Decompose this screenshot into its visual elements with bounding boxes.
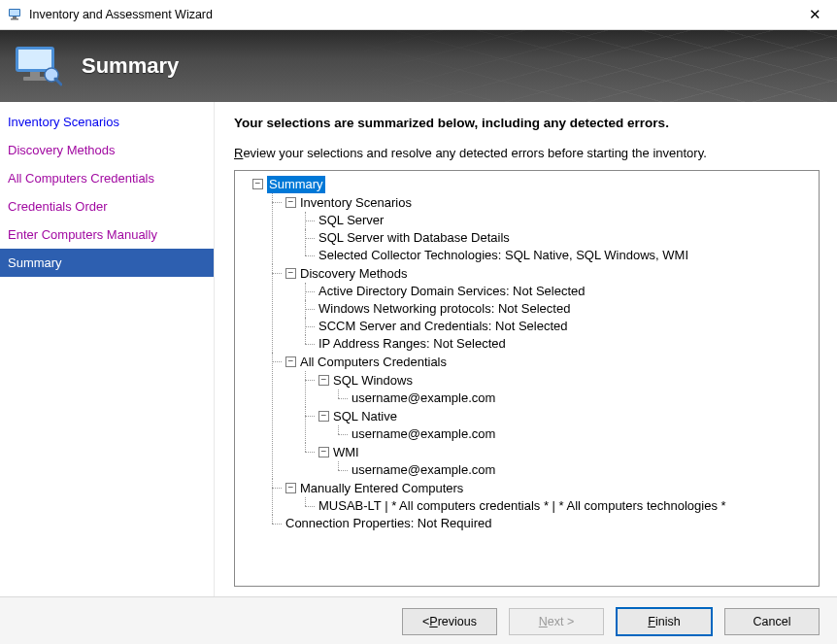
tree-node-label[interactable]: Windows Networking protocols: Not Select… xyxy=(318,300,570,318)
tree-node[interactable]: SQL Nativeusername@example.com xyxy=(305,407,817,443)
tree-toggle-icon[interactable] xyxy=(318,375,329,386)
tree-node[interactable]: SQL Windowsusername@example.com xyxy=(305,371,817,407)
previous-button-prefix: < xyxy=(422,615,429,628)
tree-node-label[interactable]: Summary xyxy=(252,176,325,193)
tree-node[interactable]: Selected Collector Technologies: SQL Nat… xyxy=(305,247,817,264)
tree-toggle-icon[interactable] xyxy=(252,179,263,189)
tree-node-label[interactable]: Manually Entered Computers xyxy=(285,480,463,497)
tree-node-text: Windows Networking protocols: Not Select… xyxy=(318,300,570,318)
tree-node-text: SCCM Server and Credentials: Not Selecte… xyxy=(318,318,568,335)
previous-button[interactable]: < Previous xyxy=(402,608,497,635)
content-subtext-rest: eview your selections and resolve any de… xyxy=(243,146,706,160)
tree-node[interactable]: Discovery MethodsActive Directory Domain… xyxy=(272,264,817,353)
tree-node-text: Discovery Methods xyxy=(300,265,408,283)
wizard-step-summary[interactable]: Summary xyxy=(0,249,214,277)
tree-node-label[interactable]: SQL Server xyxy=(318,212,384,229)
tree-node-label[interactable]: Active Directory Domain Services: Not Se… xyxy=(318,283,586,300)
previous-button-accel: P xyxy=(429,615,437,628)
tree-node-label[interactable]: username@example.com xyxy=(352,390,495,407)
tree-toggle-icon[interactable] xyxy=(318,447,329,458)
window-close-button[interactable]: ✕ xyxy=(792,0,837,29)
tree-node[interactable]: username@example.com xyxy=(338,390,817,407)
tree-node-text: Connection Properties: Not Required xyxy=(285,515,491,532)
tree-node[interactable]: All Computers CredentialsSQL Windowsuser… xyxy=(272,353,817,479)
tree-node-text: Active Directory Domain Services: Not Se… xyxy=(318,283,586,300)
tree-toggle-icon[interactable] xyxy=(285,356,296,367)
tree-node-label[interactable]: SQL Windows xyxy=(318,372,413,390)
wizard-steps-sidebar: Inventory ScenariosDiscovery MethodsAll … xyxy=(0,102,215,596)
tree-toggle-icon[interactable] xyxy=(285,483,296,493)
wizard-step-enter-computers-manually[interactable]: Enter Computers Manually xyxy=(0,220,214,249)
next-button: Next > xyxy=(509,608,604,635)
tree-node-label[interactable]: Discovery Methods xyxy=(285,265,408,283)
tree-node-text: username@example.com xyxy=(352,425,495,443)
tree-node-text: WMI xyxy=(333,444,359,461)
svg-rect-1 xyxy=(10,10,19,16)
wizard-step-inventory-scenarios[interactable]: Inventory Scenarios xyxy=(0,108,214,136)
wizard-step-discovery-methods[interactable]: Discovery Methods xyxy=(0,136,214,164)
tree-node-text: Manually Entered Computers xyxy=(300,480,463,497)
finish-button[interactable]: Finish xyxy=(616,607,713,636)
finish-button-accel: F xyxy=(648,615,655,628)
previous-button-label: revious xyxy=(438,615,477,628)
content-subtext: Review your selections and resolve any d… xyxy=(234,146,820,160)
tree-node-label[interactable]: username@example.com xyxy=(352,461,495,479)
tree-node[interactable]: IP Address Ranges: Not Selected xyxy=(305,335,817,353)
tree-node[interactable]: username@example.com xyxy=(338,425,817,443)
tree-node[interactable]: SummaryInventory ScenariosSQL ServerSQL … xyxy=(239,175,817,532)
wizard-step-all-computers-credentials[interactable]: All Computers Credentials xyxy=(0,164,214,192)
tree-node-text: SQL Server xyxy=(318,212,384,229)
banner-decoration xyxy=(0,30,837,102)
tree-toggle-icon[interactable] xyxy=(318,411,329,422)
finish-button-label: inish xyxy=(655,615,681,628)
tree-node-label[interactable]: IP Address Ranges: Not Selected xyxy=(318,335,506,353)
titlebar: Inventory and Assessment Wizard ✕ xyxy=(0,0,837,30)
tree-node[interactable]: SQL Server with Database Details xyxy=(305,229,817,247)
tree-node-label[interactable]: MUSAB-LT | * All computers credentials *… xyxy=(318,497,726,515)
tree-node-text: username@example.com xyxy=(352,461,495,479)
tree-node[interactable]: Windows Networking protocols: Not Select… xyxy=(305,300,817,318)
next-button-accel: N xyxy=(539,615,548,628)
wizard-step-credentials-order[interactable]: Credentials Order xyxy=(0,192,214,220)
tree-node[interactable]: WMIusername@example.com xyxy=(305,443,817,479)
tree-node-label[interactable]: All Computers Credentials xyxy=(285,354,447,371)
tree-node[interactable]: Inventory ScenariosSQL ServerSQL Server … xyxy=(272,193,817,264)
tree-node-text: username@example.com xyxy=(352,390,495,407)
tree-toggle-icon[interactable] xyxy=(285,268,296,279)
svg-rect-3 xyxy=(11,18,18,20)
tree-node-text: SQL Server with Database Details xyxy=(318,229,510,247)
tree-node-text: SQL Native xyxy=(333,408,397,425)
tree-node-label[interactable]: SCCM Server and Credentials: Not Selecte… xyxy=(318,318,568,335)
content-pane: Your selections are summarized below, in… xyxy=(215,102,837,596)
cancel-button-label: Cancel xyxy=(753,615,791,628)
tree-node[interactable]: Active Directory Domain Services: Not Se… xyxy=(305,283,817,300)
tree-node-text: Selected Collector Technologies: SQL Nat… xyxy=(318,247,688,264)
tree-node[interactable]: Connection Properties: Not Required xyxy=(272,515,817,532)
tree-node-label[interactable]: SQL Native xyxy=(318,408,397,425)
main-area: Inventory ScenariosDiscovery MethodsAll … xyxy=(0,102,837,596)
tree-node-label[interactable]: SQL Server with Database Details xyxy=(318,229,510,247)
tree-node-label[interactable]: Inventory Scenarios xyxy=(285,194,412,212)
tree-node-text: SQL Windows xyxy=(333,372,413,390)
window-title: Inventory and Assessment Wizard xyxy=(29,8,792,21)
tree-node-label[interactable]: Connection Properties: Not Required xyxy=(285,515,491,532)
tree-node[interactable]: Manually Entered ComputersMUSAB-LT | * A… xyxy=(272,479,817,515)
svg-rect-2 xyxy=(13,17,17,18)
tree-toggle-icon[interactable] xyxy=(285,197,296,208)
tree-node-text: MUSAB-LT | * All computers credentials *… xyxy=(318,497,726,515)
tree-node[interactable]: SQL Server xyxy=(305,212,817,229)
app-icon xyxy=(8,7,23,22)
tree-node-text: All Computers Credentials xyxy=(300,354,447,371)
wizard-button-bar: < PreviousNext >FinishCancel xyxy=(0,596,837,644)
tree-node-label[interactable]: Selected Collector Technologies: SQL Nat… xyxy=(318,247,688,264)
tree-node[interactable]: MUSAB-LT | * All computers credentials *… xyxy=(305,497,817,515)
tree-node[interactable]: username@example.com xyxy=(338,461,817,479)
wizard-banner: Summary xyxy=(0,30,837,102)
summary-tree[interactable]: SummaryInventory ScenariosSQL ServerSQL … xyxy=(234,170,820,587)
cancel-button[interactable]: Cancel xyxy=(724,608,820,635)
tree-node-text: Inventory Scenarios xyxy=(300,194,412,212)
tree-node[interactable]: SCCM Server and Credentials: Not Selecte… xyxy=(305,318,817,335)
tree-node-label[interactable]: WMI xyxy=(318,444,359,461)
tree-node-label[interactable]: username@example.com xyxy=(352,425,495,443)
content-subtext-accel: R xyxy=(234,146,243,160)
